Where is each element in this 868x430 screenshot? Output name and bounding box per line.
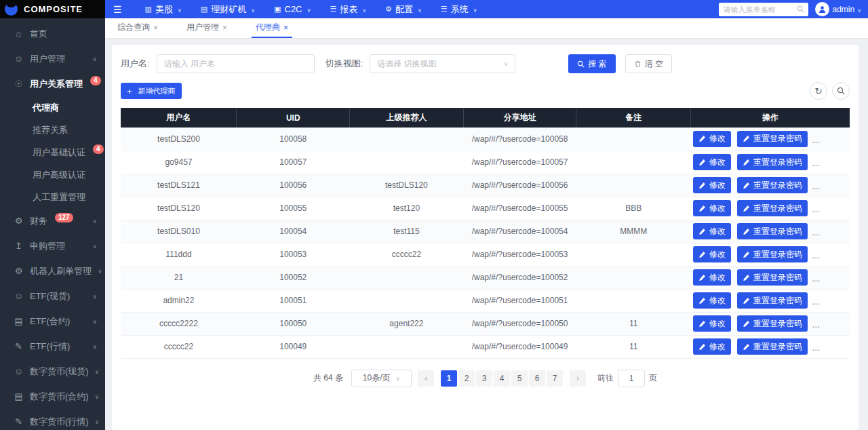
tab[interactable]: 代理商 × bbox=[252, 18, 292, 38]
edit-button[interactable]: 修改 bbox=[693, 177, 731, 193]
view-switch-select[interactable]: 请选择 切换视图 ∨ bbox=[370, 54, 515, 73]
sidebar-item[interactable]: 代理商 bbox=[0, 96, 105, 119]
reset-password-button[interactable]: 重置登录密码 bbox=[737, 269, 808, 286]
google-verify-button[interactable]: 谷歌验证 bbox=[814, 338, 850, 355]
google-verify-button[interactable]: 谷歌验证 bbox=[814, 154, 850, 170]
chevron-icon[interactable]: ∨ bbox=[95, 418, 100, 425]
page-button[interactable]: 6 bbox=[529, 370, 545, 387]
nav-menu-item[interactable]: ☰ 系统 bbox=[431, 3, 487, 16]
page-button[interactable]: 1 bbox=[441, 370, 457, 387]
chevron-icon[interactable]: ∨ bbox=[92, 243, 97, 250]
search-button[interactable]: 搜 索 bbox=[568, 54, 615, 73]
sidebar-item[interactable]: ▤ 数字货币(合约) ∨ bbox=[0, 384, 105, 409]
sidebar-item[interactable]: 人工重置管理 bbox=[0, 186, 105, 208]
refresh-button[interactable]: ↻ bbox=[810, 82, 827, 100]
google-verify-button[interactable]: 谷歌验证 bbox=[814, 292, 850, 309]
chevron-icon[interactable]: ∨ bbox=[92, 343, 97, 350]
table-tools: ↻ bbox=[810, 82, 850, 100]
page-button[interactable]: 4 bbox=[494, 370, 510, 387]
edit-button[interactable]: 修改 bbox=[693, 315, 731, 332]
edit-button[interactable]: 修改 bbox=[693, 338, 731, 355]
nav-menu-item[interactable]: ▥ 美股 bbox=[136, 3, 191, 16]
sidebar-item[interactable]: ⌂ 首页 bbox=[0, 21, 105, 46]
edit-button[interactable]: 修改 bbox=[693, 223, 731, 239]
edit-button[interactable]: 修改 bbox=[693, 200, 731, 216]
nav-menu-item[interactable]: ▤ 理财矿机 bbox=[191, 3, 264, 16]
close-icon[interactable]: × bbox=[222, 24, 227, 32]
sidebar-item[interactable]: 用户高级认证 bbox=[0, 163, 105, 186]
chevron-down-icon bbox=[416, 4, 422, 14]
user-menu[interactable]: admin bbox=[815, 2, 861, 16]
chevron-icon[interactable]: ∨ bbox=[95, 368, 100, 375]
tab[interactable]: 综合查询 × bbox=[113, 18, 162, 38]
reset-password-button[interactable]: 重置登录密码 bbox=[737, 338, 808, 355]
sidebar-item[interactable]: 推荐关系 bbox=[0, 119, 105, 141]
close-icon[interactable]: × bbox=[283, 24, 288, 32]
sidebar-item[interactable]: ✎ ETF(行情) ∨ bbox=[0, 334, 105, 359]
sidebar-item[interactable]: ⚙ 财务 127 ∨ bbox=[0, 208, 105, 233]
sidebar-item[interactable]: ✎ 数字货币(行情) ∨ bbox=[0, 409, 105, 430]
reset-password-button[interactable]: 重置登录密码 bbox=[737, 223, 808, 239]
goto-page-input[interactable] bbox=[618, 370, 645, 387]
username-filter-input[interactable] bbox=[157, 54, 315, 73]
tab[interactable]: 用户管理 × bbox=[182, 18, 231, 38]
sidebar-item[interactable]: ▤ ETF(合约) ∨ bbox=[0, 309, 105, 334]
nav-menu-item[interactable]: ▣ C2C bbox=[264, 3, 320, 16]
sidebar-item[interactable]: ☉ 用户关系管理 4 ∧ bbox=[0, 71, 105, 96]
page-size-select[interactable]: 10条/页 ∨ bbox=[351, 370, 412, 387]
menu-search-input[interactable] bbox=[723, 5, 797, 14]
sidebar-item[interactable]: ☺ 数字货币(现货) ∨ bbox=[0, 359, 105, 384]
clear-button[interactable]: 清 空 bbox=[625, 54, 672, 73]
nav-menu-item[interactable]: ☰ 报表 bbox=[320, 3, 376, 16]
pencil-icon bbox=[743, 228, 750, 235]
edit-button[interactable]: 修改 bbox=[693, 154, 731, 170]
google-verify-button[interactable]: 谷歌验证 bbox=[814, 131, 850, 147]
sidebar-item[interactable]: ⚙ 机器人刷单管理 ∨ bbox=[0, 258, 105, 284]
chevron-icon[interactable]: ∨ bbox=[98, 268, 102, 275]
col-referrer: 上级推荐人 bbox=[350, 108, 464, 128]
google-verify-button[interactable]: 谷歌验证 bbox=[814, 177, 850, 193]
contract-icon: ▤ bbox=[14, 391, 24, 402]
reset-password-button[interactable]: 重置登录密码 bbox=[737, 154, 808, 170]
sidebar-item[interactable]: ☺ ETF(现货) ∨ bbox=[0, 284, 105, 309]
add-agent-button[interactable]: 新增代理商 bbox=[121, 83, 182, 99]
menu-search-box[interactable] bbox=[719, 3, 808, 16]
google-verify-button[interactable]: 谷歌验证 bbox=[814, 246, 850, 262]
sidebar-item[interactable]: ↥ 申购管理 ∨ bbox=[0, 233, 105, 258]
chevron-icon[interactable]: ∨ bbox=[92, 56, 97, 62]
reset-password-button[interactable]: 重置登录密码 bbox=[737, 131, 808, 147]
reset-password-button[interactable]: 重置登录密码 bbox=[737, 315, 808, 332]
google-verify-button[interactable]: 谷歌验证 bbox=[814, 200, 850, 216]
chevron-down-icon bbox=[361, 4, 366, 14]
reset-password-button[interactable]: 重置登录密码 bbox=[737, 246, 808, 262]
column-search-button[interactable] bbox=[832, 82, 850, 100]
nav-menu-item[interactable]: ⚙ 配置 bbox=[376, 3, 431, 16]
reset-password-button[interactable]: 重置登录密码 bbox=[737, 200, 808, 216]
sidebar-item[interactable]: 用户基础认证 4 bbox=[0, 141, 105, 163]
chevron-icon[interactable]: ∨ bbox=[95, 393, 100, 400]
google-verify-button[interactable]: 谷歌验证 bbox=[814, 269, 850, 286]
edit-button[interactable]: 修改 bbox=[693, 131, 731, 147]
edit-button[interactable]: 修改 bbox=[693, 246, 731, 262]
prev-page-button[interactable]: ‹ bbox=[418, 370, 434, 387]
sidebar: COMPOSITE ⌂ 首页 ☺ 用户管理 ∨ ☉ 用户关系管理 4 ∧ bbox=[0, 0, 105, 430]
reset-password-button[interactable]: 重置登录密码 bbox=[737, 177, 808, 193]
page-button[interactable]: 2 bbox=[458, 370, 475, 387]
page-button[interactable]: 3 bbox=[476, 370, 492, 387]
hamburger-menu-icon[interactable]: ☰ bbox=[113, 4, 122, 15]
reset-password-button[interactable]: 重置登录密码 bbox=[737, 292, 808, 309]
edit-button[interactable]: 修改 bbox=[693, 292, 731, 309]
google-verify-button[interactable]: 谷歌验证 bbox=[814, 315, 850, 332]
system-icon: ☰ bbox=[441, 5, 448, 14]
sidebar-item-label: 数字货币(现货) bbox=[30, 366, 89, 378]
next-page-button[interactable]: › bbox=[570, 370, 586, 387]
chevron-icon[interactable]: ∨ bbox=[92, 318, 97, 325]
chevron-icon[interactable]: ∨ bbox=[92, 218, 97, 224]
close-icon[interactable]: × bbox=[153, 24, 158, 32]
sidebar-item[interactable]: ☺ 用户管理 ∨ bbox=[0, 46, 105, 71]
page-button[interactable]: 7 bbox=[547, 370, 563, 387]
chevron-icon[interactable]: ∨ bbox=[92, 293, 97, 300]
page-button[interactable]: 5 bbox=[511, 370, 528, 387]
google-verify-button[interactable]: 谷歌验证 bbox=[814, 223, 850, 239]
edit-button[interactable]: 修改 bbox=[693, 269, 731, 286]
